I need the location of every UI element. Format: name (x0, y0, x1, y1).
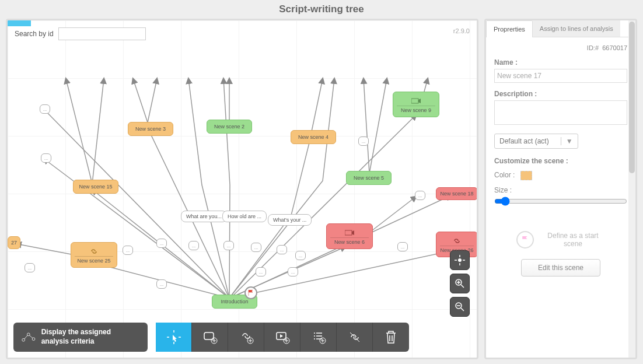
connector-dot[interactable]: ... (156, 279, 167, 289)
scrollbar-track[interactable] (628, 20, 635, 358)
node-scene-6[interactable]: New scene 6 (326, 223, 373, 249)
version-label: r2.9.0 (453, 27, 470, 34)
properties-panel: Proprerties Assign to lines of analysis … (484, 19, 637, 359)
connector-dot[interactable]: ... (251, 243, 261, 252)
connector-dot[interactable]: ... (397, 242, 408, 251)
tab-properties[interactable]: Proprerties (486, 20, 533, 37)
node-scene-3[interactable]: New scene 3 (128, 122, 173, 136)
canvas[interactable]: Search by id r2.9.0 (6, 19, 478, 359)
id-value: 6670017 (602, 44, 627, 51)
start-scene-button[interactable]: Define as a start scene (541, 232, 605, 248)
connector-dot[interactable]: ... (40, 104, 50, 114)
search-label: Search by id (15, 30, 54, 38)
dialogue-bubble[interactable]: What are you... (181, 211, 227, 222)
node-scene-5[interactable]: New scene 5 (346, 171, 392, 185)
svg-point-2 (458, 258, 462, 262)
start-flag-icon[interactable] (244, 286, 257, 299)
node-scene-25[interactable]: New scene 25 (71, 242, 117, 268)
page-title: Script-writing tree (0, 0, 643, 19)
connector-dot[interactable]: ... (415, 191, 425, 200)
connector-dot[interactable]: ... (256, 267, 266, 276)
tool-unlink[interactable] (337, 323, 373, 352)
flag-icon (516, 231, 534, 249)
node-scene-15[interactable]: New scene 15 (73, 180, 118, 194)
tool-add-link[interactable] (228, 323, 264, 352)
svg-rect-0 (345, 230, 352, 235)
scrollbar-thumb[interactable] (629, 22, 635, 173)
display-criteria-button[interactable]: Display the assigned analysis criteria (13, 323, 148, 352)
name-label: Name : (494, 58, 627, 66)
connector-dot[interactable]: ... (223, 241, 234, 250)
tool-delete[interactable] (373, 323, 409, 352)
connector-dot[interactable]: ... (188, 241, 199, 250)
name-input[interactable] (494, 69, 627, 83)
center-button[interactable] (450, 250, 470, 270)
connector-dot[interactable]: ... (358, 136, 369, 146)
dialogue-bubble[interactable]: How old are ... (222, 211, 267, 222)
connector-dot[interactable]: ... (295, 251, 306, 260)
connector-dot[interactable]: ... (277, 245, 287, 254)
tool-add-node[interactable] (192, 323, 228, 352)
dialogue-bubble[interactable]: What's your ... (268, 214, 312, 226)
svg-rect-1 (411, 99, 418, 103)
customize-label: Customize the scene : (494, 157, 627, 165)
edit-scene-button[interactable]: Edit this scene (521, 259, 600, 276)
id-label: ID:# (587, 44, 599, 51)
connector-dot[interactable]: ... (288, 267, 298, 276)
corner-indicator (8, 20, 31, 26)
tool-add-media[interactable] (264, 323, 300, 352)
tab-assign[interactable]: Assign to lines of analysis (533, 20, 620, 37)
size-label: Size : (494, 186, 512, 194)
tool-add-list[interactable] (300, 323, 337, 352)
zoom-in-button[interactable] (450, 274, 470, 293)
link-icon (90, 248, 98, 255)
node-scene-18[interactable]: New scene 18 (436, 187, 478, 200)
tool-select[interactable] (156, 323, 192, 352)
connector-dot[interactable]: ... (123, 246, 133, 255)
connector-dot[interactable]: ... (156, 239, 167, 248)
toolbar (156, 323, 409, 352)
description-label: Description : (494, 90, 627, 98)
connector-dot[interactable]: ... (25, 263, 35, 272)
connector-dot[interactable]: ... (41, 153, 51, 163)
size-slider[interactable] (494, 197, 627, 206)
description-input[interactable] (494, 100, 627, 125)
node-scene-9[interactable]: New scene 9 (393, 92, 439, 117)
film-icon (411, 97, 421, 104)
criteria-icon (22, 330, 36, 344)
color-swatch[interactable] (520, 171, 532, 180)
link-icon (453, 237, 461, 244)
color-label: Color : (494, 171, 515, 179)
node-scene-2[interactable]: New scene 2 (207, 120, 252, 134)
node-scene-27[interactable]: 27 (8, 236, 20, 249)
search-input[interactable] (58, 27, 146, 40)
act-select[interactable]: Default act (act)▼ (494, 134, 578, 149)
film-icon (345, 229, 354, 236)
node-scene-4[interactable]: New scene 4 (291, 130, 336, 144)
zoom-out-button[interactable] (450, 297, 470, 317)
chevron-down-icon: ▼ (561, 137, 573, 145)
